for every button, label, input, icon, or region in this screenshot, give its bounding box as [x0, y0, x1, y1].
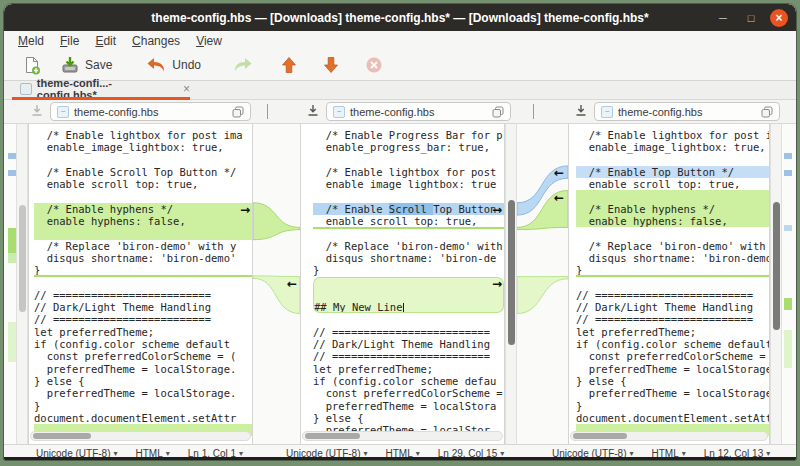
file-chooser-button[interactable]: ~ theme-config.hbs	[50, 102, 251, 121]
menu-item-view[interactable]: View	[188, 33, 230, 49]
code-line[interactable]: }	[34, 264, 252, 276]
left-horizontal-scrollbar[interactable]	[30, 431, 251, 441]
code-line[interactable]: /* Enable lightbox for post	[313, 166, 504, 178]
code-line[interactable]: // =========================	[34, 313, 252, 325]
code-line[interactable]: preferredTheme = localStorage.	[34, 363, 252, 375]
code-line[interactable]: if (config.color_scheme_default	[34, 338, 252, 350]
code-line[interactable]: /* Enable Scroll Top Button */	[34, 166, 252, 178]
code-line[interactable]: let preferredTheme;	[313, 363, 504, 375]
code-line[interactable]	[576, 154, 769, 166]
file-chooser-button[interactable]: ~ theme-config.hbs	[594, 102, 780, 121]
code-line[interactable]: }	[576, 400, 769, 412]
file-chooser-button[interactable]: ~ theme-config.hbs	[326, 102, 511, 121]
left-vertical-scrollbar[interactable]	[16, 124, 28, 444]
previous-change-button[interactable]	[273, 53, 305, 77]
code-line[interactable]	[313, 313, 504, 325]
right-horizontal-scrollbar[interactable]	[570, 431, 768, 441]
right-vertical-scrollbar[interactable]	[770, 124, 782, 444]
middle-vertical-scrollbar[interactable]	[505, 124, 517, 444]
code-line[interactable]	[34, 277, 252, 289]
code-line[interactable]: /* Replace 'biron-demo' with y	[576, 240, 769, 252]
close-button[interactable]: ×	[770, 9, 788, 27]
code-line[interactable]: ## My New Line	[313, 301, 504, 313]
code-line[interactable]: enable_scroll_top: true,	[313, 215, 504, 227]
code-line[interactable]	[34, 227, 252, 239]
menu-item-meld[interactable]: Meld	[10, 33, 52, 49]
code-line[interactable]: /* Replace 'biron-demo' with y	[34, 240, 252, 252]
code-line[interactable]: enable_image_lightbox: true,	[34, 141, 252, 153]
code-line[interactable]: }	[34, 400, 252, 412]
code-line[interactable]: /* Enable Top Button */	[576, 166, 769, 178]
editor-pane-left[interactable]: /* Enable lightbox for post ima enable_i…	[28, 124, 253, 444]
code-line[interactable]: /* Enable lightbox for post ima	[34, 129, 252, 141]
code-line[interactable]: disqus_shortname: 'biron-demo'	[576, 252, 769, 264]
maximize-button[interactable]: □	[742, 9, 760, 27]
pane-save-button[interactable]	[304, 103, 322, 121]
code-line[interactable]: const preferredColorScheme = (	[34, 350, 252, 362]
code-line[interactable]: } else {	[34, 375, 252, 387]
titlebar[interactable]: theme-config.hbs — [Downloads] theme-con…	[4, 4, 796, 31]
cursor-position-selector[interactable]: Ln 1, Col 1▾	[188, 448, 243, 459]
push-change-left-arrow[interactable]: ←	[552, 192, 566, 204]
editor-pane-right[interactable]: /* Enable lightbox for post im enable_im…	[568, 124, 770, 444]
code-line[interactable]: }	[576, 264, 769, 276]
middle-horizontal-scrollbar[interactable]	[302, 431, 503, 441]
code-line[interactable]	[576, 190, 769, 202]
next-change-button[interactable]	[315, 53, 347, 77]
menu-item-file[interactable]: File	[52, 33, 87, 49]
code-line[interactable]: } else {	[313, 412, 504, 424]
code-line[interactable]: enable_scroll_top: true,	[34, 178, 252, 190]
code-line[interactable]: document.documentElement.setAttr	[34, 412, 252, 424]
syntax-selector[interactable]: HTML▾	[135, 448, 169, 459]
code-line[interactable]: enable_scroll_top: true,	[576, 178, 769, 190]
code-line[interactable]: /* Replace 'biron-demo' with	[313, 240, 504, 252]
code-line[interactable]: enable_hyphens: false,	[34, 215, 252, 227]
code-line[interactable]: /* Enable hyphens */	[34, 203, 252, 215]
pane-save-button[interactable]	[572, 103, 590, 121]
code-line[interactable]: // Dark/Light Theme Handling	[313, 338, 504, 350]
code-line[interactable]: enable_image_lightbox: true	[313, 178, 504, 190]
code-line[interactable]: preferredTheme = localStora	[313, 400, 504, 412]
code-line[interactable]: const preferredColorScheme = (	[576, 350, 769, 362]
code-line[interactable]: // Dark/Light Theme Handling	[34, 301, 252, 313]
code-line[interactable]	[576, 227, 769, 239]
code-line[interactable]: /* Enable Progress Bar for p	[313, 129, 504, 141]
code-line[interactable]: } else {	[576, 375, 769, 387]
undo-button[interactable]: Undo	[138, 54, 209, 76]
code-line[interactable]: // =========================	[576, 313, 769, 325]
code-line[interactable]: preferredTheme = localStorage.	[576, 387, 769, 399]
code-line[interactable]: // =========================	[313, 350, 504, 362]
code-line[interactable]: // =========================	[34, 289, 252, 301]
code-line[interactable]: // Dark/Light Theme Handling	[576, 301, 769, 313]
menu-item-changes[interactable]: Changes	[124, 33, 188, 49]
push-change-right-arrow[interactable]: →	[238, 204, 252, 216]
push-change-left-arrow[interactable]: ←	[552, 167, 566, 179]
code-line[interactable]: enable_hyphens: false,	[576, 215, 769, 227]
cursor-position-selector[interactable]: Ln 12, Col 13▾	[704, 448, 771, 459]
editor-pane-middle[interactable]: /* Enable Progress Bar for p enable_prog…	[300, 124, 505, 444]
code-line[interactable]	[313, 190, 504, 202]
code-line[interactable]: /* Enable hyphens */	[576, 203, 769, 215]
code-line[interactable]	[34, 154, 252, 166]
code-line[interactable]: enable_image_lightbox: true,	[576, 141, 769, 153]
code-line[interactable]: let preferredTheme;	[576, 326, 769, 338]
comparison-tab[interactable]: theme-confi...-config.hbs* ×	[12, 81, 190, 97]
cursor-position-selector[interactable]: Ln 29, Col 15▾	[438, 448, 505, 459]
code-line[interactable]: if (config.color_scheme_default	[576, 338, 769, 350]
code-line[interactable]: const preferredColorScheme =	[313, 387, 504, 399]
encoding-selector[interactable]: Unicode (UTF-8)▾	[552, 448, 633, 459]
push-change-right-arrow[interactable]: →	[490, 204, 504, 216]
syntax-selector[interactable]: HTML▾	[651, 448, 685, 459]
push-change-right-arrow[interactable]: →	[490, 278, 504, 290]
save-button[interactable]: Save	[53, 53, 120, 77]
code-line[interactable]: /* Enable lightbox for post im	[576, 129, 769, 141]
push-change-left-arrow[interactable]: ←	[285, 278, 299, 290]
code-line[interactable]: enable_progress_bar: true,	[313, 141, 504, 153]
code-line[interactable]: disqus_shortname: 'biron-demo'	[34, 252, 252, 264]
code-line[interactable]: // =========================	[313, 326, 504, 338]
code-line[interactable]: document.documentElement.setAttr	[576, 412, 769, 424]
encoding-selector[interactable]: Unicode (UTF-8)▾	[36, 448, 117, 459]
tab-close-icon[interactable]: ×	[183, 82, 190, 96]
code-line[interactable]: preferredTheme = localStorage.	[576, 363, 769, 375]
syntax-selector[interactable]: HTML▾	[385, 448, 419, 459]
